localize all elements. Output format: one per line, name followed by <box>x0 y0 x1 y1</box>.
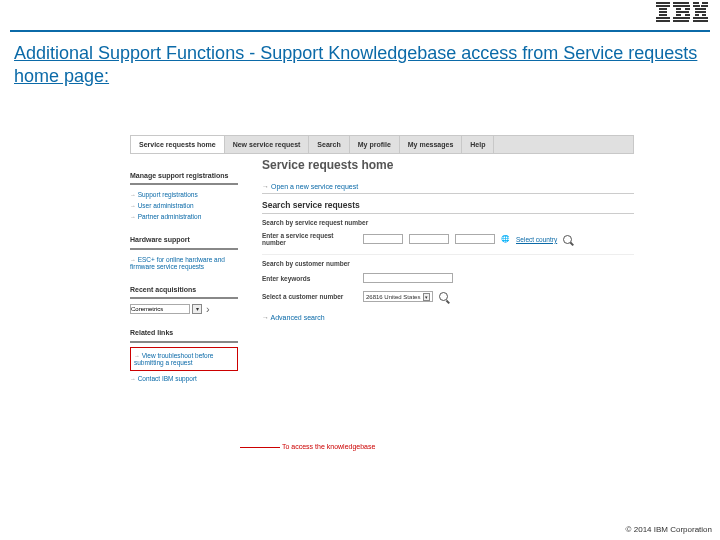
svg-rect-2 <box>659 8 667 10</box>
svg-rect-23 <box>695 14 699 16</box>
sidebar-hardware-heading: Hardware support <box>130 236 238 249</box>
search-icon-2[interactable] <box>439 292 448 301</box>
sidebar-link-esc[interactable]: ESC+ for online hardware and firmware se… <box>130 254 238 272</box>
annotation-line <box>240 447 280 448</box>
svg-rect-14 <box>673 17 690 19</box>
svg-rect-12 <box>676 14 681 16</box>
app-screenshot: Service requests home New service reques… <box>130 135 634 398</box>
select-customer-label: Select a customer number <box>262 293 357 300</box>
svg-rect-4 <box>659 14 667 16</box>
annotation-text: To access the knowledgebase <box>282 443 375 450</box>
tab-home[interactable]: Service requests home <box>131 136 225 153</box>
svg-rect-19 <box>701 5 708 7</box>
svg-rect-16 <box>693 2 699 4</box>
keywords-input[interactable] <box>363 273 453 283</box>
svg-rect-17 <box>702 2 708 4</box>
enter-keywords-label: Enter keywords <box>262 275 357 282</box>
svg-rect-10 <box>685 8 690 10</box>
nav-tabs: Service requests home New service reques… <box>130 135 634 154</box>
tab-help[interactable]: Help <box>462 136 494 153</box>
svg-rect-21 <box>700 8 706 10</box>
header-rule <box>10 10 710 32</box>
svg-rect-22 <box>695 11 706 13</box>
open-new-request-link[interactable]: Open a new service request <box>262 180 634 194</box>
svg-rect-28 <box>702 20 708 22</box>
svg-rect-7 <box>673 2 689 4</box>
request-input-3[interactable] <box>455 234 495 244</box>
svg-rect-24 <box>702 14 706 16</box>
tab-profile[interactable]: My profile <box>350 136 400 153</box>
svg-rect-30 <box>699 20 702 22</box>
select-country-link[interactable]: Select country <box>516 236 557 243</box>
sidebar-manage-heading: Manage support registrations <box>130 172 238 185</box>
chevron-right-icon[interactable]: › <box>206 303 210 315</box>
sidebar-link-user-admin[interactable]: User administration <box>130 200 238 211</box>
svg-rect-26 <box>702 17 708 19</box>
svg-rect-9 <box>676 8 681 10</box>
sidebar-link-support-registrations[interactable]: Support registrations <box>130 189 238 200</box>
highlight-box: View troubleshoot before submitting a re… <box>130 347 238 371</box>
svg-rect-6 <box>656 20 670 22</box>
svg-rect-15 <box>673 20 689 22</box>
main-content: Service requests home Open a new service… <box>238 154 634 398</box>
request-input-1[interactable] <box>363 234 403 244</box>
dropdown-icon[interactable]: ▾ <box>192 304 202 314</box>
advanced-search-link[interactable]: Advanced search <box>262 306 634 321</box>
search-heading: Search service requests <box>262 194 634 214</box>
enter-request-label: Enter a service request number <box>262 232 357 246</box>
svg-rect-27 <box>693 20 699 22</box>
tab-new-request[interactable]: New service request <box>225 136 310 153</box>
svg-rect-11 <box>676 11 689 13</box>
tab-search[interactable]: Search <box>309 136 349 153</box>
svg-rect-0 <box>656 2 670 4</box>
recent-input[interactable] <box>130 304 190 314</box>
tab-messages[interactable]: My messages <box>400 136 463 153</box>
search-by-number-label: Search by service request number <box>262 214 634 228</box>
sidebar-related-heading: Related links <box>130 329 238 342</box>
svg-rect-5 <box>656 17 670 19</box>
slide-title: Additional Support Functions - Support K… <box>0 32 720 87</box>
svg-rect-3 <box>659 11 667 13</box>
search-icon[interactable] <box>563 235 572 244</box>
copyright: © 2014 IBM Corporation <box>626 525 712 534</box>
svg-rect-25 <box>693 17 699 19</box>
ibm-logo <box>656 2 708 24</box>
svg-rect-13 <box>685 14 690 16</box>
globe-icon: 🌐 <box>501 235 510 243</box>
svg-rect-8 <box>673 5 690 7</box>
svg-rect-18 <box>693 5 700 7</box>
sidebar-recent-heading: Recent acquisitions <box>130 286 238 299</box>
sidebar-link-troubleshoot[interactable]: View troubleshoot before submitting a re… <box>134 350 234 368</box>
svg-rect-1 <box>656 5 670 7</box>
sidebar-link-partner-admin[interactable]: Partner administration <box>130 211 238 222</box>
sidebar: Manage support registrations Support reg… <box>130 154 238 398</box>
page-heading: Service requests home <box>262 158 634 172</box>
sidebar-link-contact[interactable]: Contact IBM support <box>130 373 238 384</box>
search-by-customer-label: Search by customer number <box>262 254 634 269</box>
request-input-2[interactable] <box>409 234 449 244</box>
svg-rect-29 <box>699 17 702 19</box>
customer-select[interactable]: 26816 United States▾ <box>363 291 433 302</box>
